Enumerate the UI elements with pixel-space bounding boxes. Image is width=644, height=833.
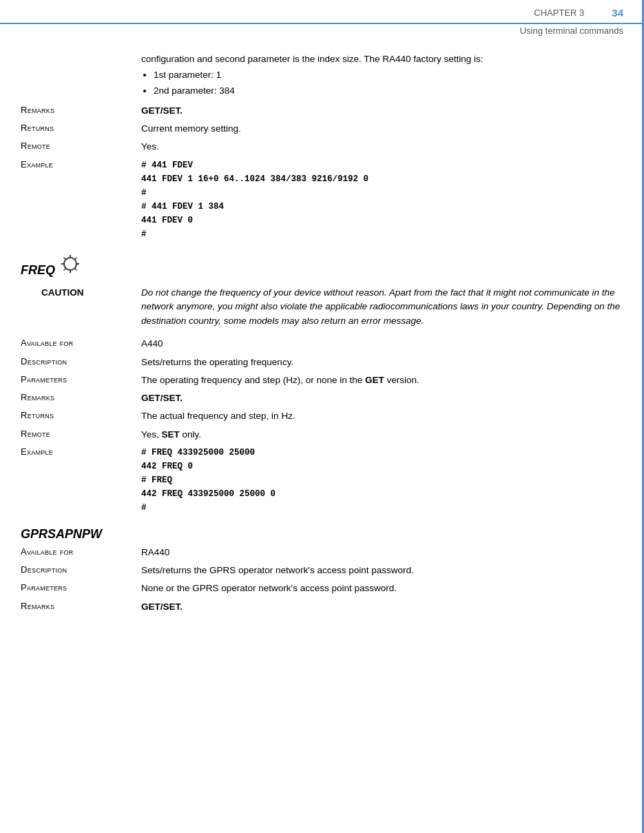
gprs-parameters-val: None or the GPRS operator network's acce…: [141, 582, 623, 595]
caution-label: CAUTION: [41, 286, 103, 298]
caution-row: CAUTION Do not change the frequency of y…: [21, 286, 623, 329]
gprs-available-row: Available for RA440: [21, 546, 623, 559]
fdev-remarks-label: Remarks: [21, 104, 141, 115]
gprs-description-label: Description: [21, 564, 141, 575]
freq-section-header: FREQ: [21, 251, 623, 280]
intro-list: 1st parameter: 1 2nd parameter: 384: [154, 68, 623, 99]
freq-remote-label: Remote: [21, 428, 141, 439]
intro-paragraph: configuration and second parameter is th…: [141, 54, 484, 64]
page-number: 34: [612, 7, 623, 19]
fdev-example-row: Example # 441 FDEV 441 FDEV 1 16+0 64..1…: [21, 158, 623, 241]
gprs-remarks-row: Remarks GET/SET.: [21, 600, 623, 614]
intro-bullet-1: 1st parameter: 1: [154, 68, 623, 83]
fdev-returns-val: Current memory setting.: [141, 122, 623, 136]
freq-returns-val: The actual frequency and step, in Hz.: [141, 409, 623, 423]
freq-example-line-0: # FREQ 433925000 25000: [141, 446, 623, 460]
gprs-remarks-label: Remarks: [21, 600, 141, 611]
freq-remarks-val: GET/SET.: [141, 391, 623, 405]
intro-block: configuration and second parameter is th…: [141, 52, 623, 99]
fdev-example-val: # 441 FDEV 441 FDEV 1 16+0 64..1024 384/…: [141, 158, 623, 241]
freq-available-label: Available for: [21, 337, 141, 348]
freq-remarks-row: Remarks GET/SET.: [21, 391, 623, 405]
caution-icon: [61, 254, 80, 277]
freq-remote-set: SET: [162, 429, 180, 440]
gprs-parameters-label: Parameters: [21, 582, 141, 593]
freq-description-label: Description: [21, 356, 141, 367]
fdev-example-line-4: 441 FDEV 0: [141, 214, 623, 227]
svg-line-8: [64, 268, 66, 270]
main-content: configuration and second parameter is th…: [0, 45, 644, 632]
fdev-returns-label: Returns: [21, 122, 141, 133]
chapter-label: CHAPTER 3: [534, 8, 584, 18]
freq-example-val: # FREQ 433925000 25000 442 FREQ 0 # FREQ…: [141, 446, 623, 515]
fdev-remote-row: Remote Yes.: [21, 140, 623, 154]
freq-parameters-row: Parameters The operating frequency and s…: [21, 373, 623, 387]
freq-available-val: A440: [141, 337, 623, 351]
svg-point-0: [64, 258, 76, 270]
freq-example-line-3: 442 FREQ 433925000 25000 0: [141, 487, 623, 501]
freq-parameters-get: GET: [365, 375, 384, 385]
freq-parameters-label: Parameters: [21, 373, 141, 384]
freq-parameters-post: version.: [384, 375, 419, 385]
fdev-remarks-row: Remarks GET/SET.: [21, 104, 623, 118]
intro-bullet-2: 2nd parameter: 384: [154, 84, 623, 99]
gprs-parameters-row: Parameters None or the GPRS operator net…: [21, 582, 623, 595]
freq-remote-row: Remote Yes, SET only.: [21, 428, 623, 442]
freq-section-title: FREQ: [21, 263, 55, 278]
fdev-example-line-2: #: [141, 186, 623, 200]
gprs-section-title: GPRSAPNPW: [21, 527, 623, 542]
freq-example-label: Example: [21, 446, 141, 457]
freq-example-row: Example # FREQ 433925000 25000 442 FREQ …: [21, 446, 623, 515]
fdev-returns-row: Returns Current memory setting.: [21, 122, 623, 136]
gprs-available-val: RA440: [141, 546, 623, 559]
fdev-example-line-3: # 441 FDEV 1 384: [141, 200, 623, 214]
freq-remarks-label: Remarks: [21, 391, 141, 402]
fdev-example-line-5: #: [141, 227, 623, 241]
caution-text: Do not change the frequency of your devi…: [141, 286, 623, 329]
gprs-description-val: Sets/returns the GPRS operator network's…: [141, 564, 623, 577]
fdev-example-line-1: 441 FDEV 1 16+0 64..1024 384/383 9216/91…: [141, 172, 623, 186]
freq-example-line-4: #: [141, 501, 623, 515]
freq-remote-val: Yes, SET only.: [141, 428, 623, 442]
freq-description-row: Description Sets/returns the operating f…: [21, 356, 623, 369]
gprs-description-row: Description Sets/returns the GPRS operat…: [21, 564, 623, 577]
gprs-remarks-val: GET/SET.: [141, 600, 623, 614]
freq-returns-label: Returns: [21, 409, 141, 420]
svg-line-7: [75, 257, 77, 259]
freq-returns-row: Returns The actual frequency and step, i…: [21, 409, 623, 423]
svg-line-6: [75, 268, 77, 270]
freq-parameters-pre: The operating frequency and step (Hz), o…: [141, 375, 365, 385]
freq-example-line-2: # FREQ: [141, 473, 623, 487]
svg-line-5: [64, 257, 66, 259]
freq-parameters-val: The operating frequency and step (Hz), o…: [141, 373, 623, 387]
fdev-remote-val: Yes.: [141, 140, 623, 154]
caution-svg-icon: [61, 254, 80, 274]
freq-example-line-1: 442 FREQ 0: [141, 460, 623, 473]
caution-label-area: CAUTION: [21, 286, 141, 298]
freq-description-val: Sets/returns the operating frequency.: [141, 356, 623, 369]
gprs-available-label: Available for: [21, 546, 141, 557]
fdev-remarks-val: GET/SET.: [141, 104, 623, 118]
fdev-remote-label: Remote: [21, 140, 141, 151]
freq-remote-pre: Yes,: [141, 429, 162, 440]
freq-available-row: Available for A440: [21, 337, 623, 351]
page-subtitle: Using terminal commands: [0, 24, 644, 45]
fdev-example-line-0: # 441 FDEV: [141, 158, 623, 172]
fdev-example-label: Example: [21, 158, 141, 169]
page-header: CHAPTER 3 34: [0, 0, 644, 24]
freq-remote-post: only.: [180, 429, 201, 440]
